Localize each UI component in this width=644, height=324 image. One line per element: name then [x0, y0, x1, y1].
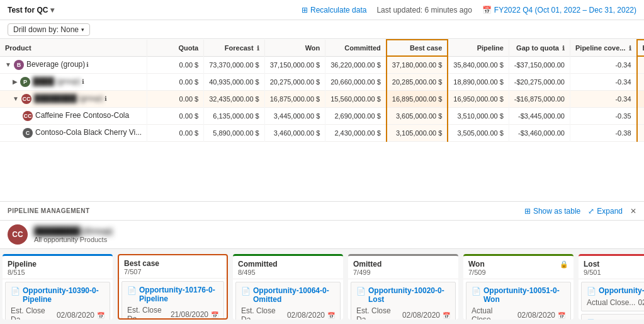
quota-cell: 0.00 $: [147, 90, 204, 107]
page-title: Test for QC: [8, 6, 48, 14]
top-bar-right: ⊞ Recalculate data Last updated: 6 minut…: [302, 6, 636, 14]
kanban-col-title: Lost: [584, 260, 599, 269]
card-date-value: 02/08/2020: [57, 311, 94, 320]
grid-header-row: Product Quota Forecast ℹ Won Committed B…: [0, 40, 644, 56]
card-title: 📄 Opportunity-10176-0-Pipeline: [127, 286, 218, 303]
table-row[interactable]: CContoso-Cola Black Cherry Vi...0.00 $5,…: [0, 124, 644, 141]
forecast-info-icon[interactable]: ℹ: [257, 45, 259, 52]
table-row[interactable]: ▼BBeverage (group)ℹ0.00 $73,370,000.00 $…: [0, 56, 644, 73]
kanban-card[interactable]: 📄 Opportunity-10090-... Actual Close... …: [581, 282, 644, 311]
pipeline-cell: 3,510,000.00 $: [448, 107, 509, 124]
kanban-card[interactable]: 📄 Opportunity-10064-0-Omitted Est. Close…: [235, 282, 341, 320]
gap-to-quota-cell: -$16,875,000.00: [509, 90, 570, 107]
document-icon: 📄: [356, 287, 366, 296]
pipeline-cov-cell: -0.38: [570, 124, 636, 141]
title-chevron[interactable]: ▾: [50, 6, 54, 14]
kanban-col-omitted: Omitted 7/499 📄 Opportunity-10020-0-Lost…: [348, 254, 458, 320]
group-info-bar: CC ████████ (Group) All opportunity Prod…: [0, 221, 644, 249]
row-info-icon[interactable]: ℹ: [82, 78, 84, 85]
drill-down-button[interactable]: Drill down by: None ▾: [8, 23, 90, 36]
group-subtitle: All opportunity Products: [34, 236, 113, 243]
quota-cell: 0.00 $: [147, 107, 204, 124]
kanban-col-title: Won: [468, 260, 485, 269]
forecast-cell: 73,370,000.00 $: [204, 56, 265, 73]
pipeline-management-header: PIPELINE MANAGEMENT ⊞ Show as table ⤢ Ex…: [0, 202, 644, 221]
pipcov-info-icon[interactable]: ℹ: [629, 45, 631, 52]
table-row[interactable]: ▶P████ (group)ℹ0.00 $40,935,000.00 $20,2…: [0, 73, 644, 90]
kanban-col-count: 9/501: [584, 269, 644, 276]
pipeline-cov-cell: -0.34: [570, 56, 636, 73]
recalculate-button[interactable]: ⊞ Recalculate data: [302, 6, 366, 14]
best-case-cell: 37,180,000.00 $: [387, 56, 448, 73]
document-icon: 📄: [11, 287, 20, 296]
group-info-text: ████████ (Group) All opportunity Product…: [34, 226, 113, 243]
show-as-table-button[interactable]: ⊞ Show as table: [524, 207, 580, 216]
gap-to-quota-cell: -$20,275,000.00: [509, 73, 570, 90]
kanban-col-header-pipeline: Pipeline 8/515: [3, 256, 113, 279]
table-row[interactable]: CCCaffeine Free Contoso-Cola0.00 $6,135,…: [0, 107, 644, 124]
won-cell: 37,150,000.00 $: [264, 56, 325, 73]
product-name: ████████ (group): [34, 94, 103, 103]
kanban-col-title: Omitted: [353, 260, 381, 269]
close-button[interactable]: ✕: [630, 207, 636, 216]
card-date-value: 02/08/2020: [287, 311, 325, 320]
best-case-cell: 16,895,000.00 $: [387, 90, 448, 107]
kanban-card[interactable]: 📄 Opportunity-10176-0-Pipeline Est. Clos…: [121, 281, 224, 318]
gap-info-icon[interactable]: ℹ: [562, 45, 565, 52]
top-bar: Test for QC ▾ ⊞ Recalculate data Last up…: [0, 0, 644, 20]
table-row[interactable]: ▼CC████████ (group)ℹ0.00 $32,435,000.00 …: [0, 90, 644, 107]
card-date-label: Est. Close Da...: [127, 306, 168, 318]
col-header-quota: Quota: [147, 40, 204, 56]
kanban-card[interactable]: 📄 Opportunity-10020-0-Lost Est. Close Da…: [351, 282, 456, 320]
kanban-cards-omitted: 📄 Opportunity-10020-0-Lost Est. Close Da…: [348, 279, 458, 320]
pipeline-cell: 18,890,000.00 $: [448, 73, 509, 90]
product-name: Contoso-Cola Black Cherry Vi...: [35, 128, 142, 137]
kanban-col-header-best-case: Best case 7/507: [119, 255, 227, 279]
expand-button[interactable]: ⤢ Expand: [588, 207, 623, 216]
col-header-product: Product: [0, 40, 147, 56]
pipeline-cov-cell: -0.34: [570, 73, 636, 90]
card-title-text: Opportunity-10176-0-Pipeline: [139, 286, 218, 303]
kanban-col-committed: Committed 8/495 📄 Opportunity-10064-0-Om…: [233, 254, 343, 320]
expand-icon[interactable]: ▼: [5, 61, 11, 68]
card-title-text: Opportunity-10090-...: [599, 286, 644, 295]
calendar-icon: 📅: [211, 311, 218, 318]
card-date: Est. Close Da... 02/08/2020 📅: [356, 306, 450, 320]
kanban-card[interactable]: 📄 Opportunity-10051-0-Won Actual Close..…: [466, 282, 571, 320]
row-avatar: CC: [23, 111, 33, 121]
card-date-value: 21/08/2020: [171, 310, 208, 318]
document-icon: 📄: [587, 287, 596, 296]
won-cell: 20,275,000.00 $: [264, 73, 325, 90]
card-date-label: Est. Close Da...: [11, 306, 54, 320]
row-avatar: P: [20, 77, 30, 87]
card-title: 📄 Opportunity-10090-...: [587, 286, 644, 296]
gap-to-quota-cell: -$3,460,000.00: [509, 124, 570, 141]
best-case-cell: 3,105,000.00 $: [387, 124, 448, 141]
col-header-pipeline: Pipeline: [448, 40, 509, 56]
row-info-icon[interactable]: ℹ: [86, 61, 89, 68]
card-title: 📄 Opportunity-10390-0-Pipeline: [11, 286, 105, 304]
col-header-forecast: Forecast ℹ: [204, 40, 265, 56]
date-range-label: FY2022 Q4 (Oct 01, 2022 – Dec 31, 2022): [494, 6, 636, 14]
committed-cell: 20,660,000.00 $: [325, 73, 387, 90]
kanban-card[interactable]: 📄 Opportunity-10390-0-Pipeline Est. Clos…: [5, 282, 110, 320]
calendar-icon: 📅: [97, 312, 105, 319]
won-cell: 16,875,000.00 $: [264, 90, 325, 107]
row-avatar: B: [14, 60, 24, 70]
card-title-text: Opportunity-10064-0-Omitted: [253, 286, 335, 304]
calendar-icon: 📅: [558, 312, 565, 319]
table-icon: ⊞: [524, 207, 531, 216]
product-name-cell: ▶P████ (group)ℹ: [0, 73, 147, 90]
expand-icon[interactable]: ▼: [13, 95, 19, 102]
row-info-icon[interactable]: ℹ: [105, 95, 107, 102]
drill-down-label: Drill down by: None: [13, 25, 79, 34]
product-name: ████ (group): [33, 77, 81, 86]
row-avatar: CC: [21, 94, 31, 104]
card-date: Est. Close Da... 02/08/2020 📅: [11, 306, 105, 320]
card-date-label: Actual Close...: [587, 298, 635, 307]
pipeline-actions: ⊞ Show as table ⤢ Expand ✕: [524, 207, 636, 216]
kanban-card[interactable]: 📄 Opportunity-10518-... Actual Close...: [581, 314, 644, 320]
expand-icon[interactable]: ▶: [13, 78, 18, 85]
won-cell: 3,460,000.00 $: [264, 124, 325, 141]
date-range-button[interactable]: 📅 FY2022 Q4 (Oct 01, 2022 – Dec 31, 2022…: [482, 6, 636, 14]
